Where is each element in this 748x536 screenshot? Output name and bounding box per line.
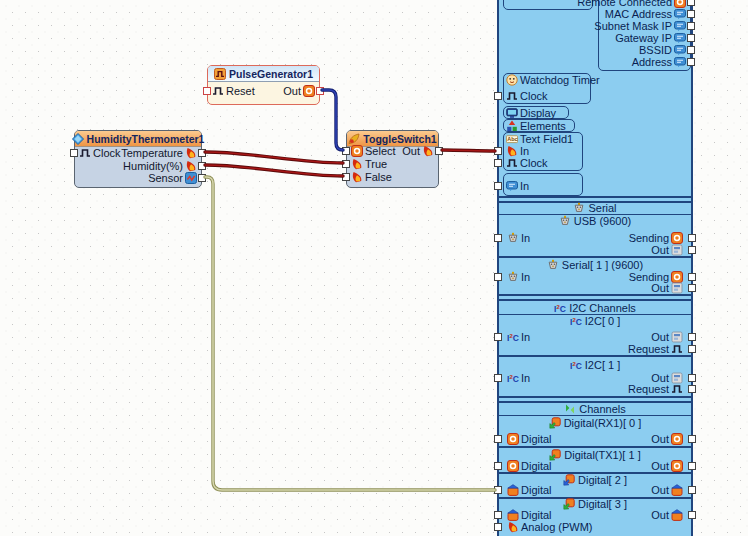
pin-label: In xyxy=(521,232,530,244)
pin-label: I2C[ 1 ] xyxy=(585,359,620,371)
pin-connector[interactable] xyxy=(342,147,350,155)
block-header: PulseGenerator1 xyxy=(208,66,319,82)
pin-connector[interactable] xyxy=(688,333,696,341)
pin-connector[interactable] xyxy=(494,462,502,470)
pin-row: Out xyxy=(507,282,683,294)
pin-label: Digital xyxy=(521,509,552,521)
pin-right-group: Humidity(%) xyxy=(123,160,197,172)
pin-connector[interactable] xyxy=(494,486,502,494)
pin-row: BSSID xyxy=(602,44,686,56)
pin-row: InSending xyxy=(507,232,683,244)
pin-connector[interactable] xyxy=(435,147,443,155)
pulse-icon xyxy=(506,157,518,169)
pin-connector[interactable] xyxy=(688,284,696,292)
pin-label: Digital(RX1)[ 0 ] xyxy=(564,417,642,429)
wire-pulse-out-to-select[interactable] xyxy=(322,90,343,150)
pin-connector[interactable] xyxy=(203,87,211,95)
pin-label: Humidity(%) xyxy=(123,160,183,172)
pin-connector[interactable] xyxy=(494,92,502,100)
pin-connector[interactable] xyxy=(316,87,324,95)
pin-connector[interactable] xyxy=(687,58,695,66)
pin-row: Humidity(%) xyxy=(79,160,197,172)
pin-connector[interactable] xyxy=(688,511,696,519)
block-pulsegenerator1[interactable]: PulseGenerator1 ResetOut xyxy=(207,65,320,105)
pin-connector[interactable] xyxy=(687,22,695,30)
pin-connector[interactable] xyxy=(494,147,502,155)
pin-connector[interactable] xyxy=(688,273,696,281)
bidir-pin-icon xyxy=(507,484,519,496)
arduino-board-panel[interactable]: Remote ConnectedMAC AddressSubnet Mask I… xyxy=(497,0,693,536)
pin-connector[interactable] xyxy=(342,160,350,168)
pin-right-group: Remote Connected xyxy=(577,0,686,8)
pin-label: Watchdog Timer xyxy=(520,74,600,86)
pin-connector[interactable] xyxy=(687,46,695,54)
section-title: Serial xyxy=(499,202,691,215)
pin-connector[interactable] xyxy=(494,435,502,443)
pin-connector[interactable] xyxy=(687,0,695,6)
serial-icon xyxy=(559,215,571,227)
pin-connector[interactable] xyxy=(198,149,206,157)
pin-label: Sensor xyxy=(148,172,183,184)
pin-connector[interactable] xyxy=(342,173,350,181)
pin-connector[interactable] xyxy=(494,523,502,531)
svg-text:C: C xyxy=(513,374,519,384)
pin-connector[interactable] xyxy=(688,435,696,443)
pin-left-group: In xyxy=(507,232,530,244)
wire-sensor-to-digital2[interactable] xyxy=(205,177,495,490)
pin-label: BSSID xyxy=(639,44,672,56)
pin-connector[interactable] xyxy=(688,462,696,470)
out-icon xyxy=(671,244,683,256)
wire-toggle-out-to-textfield-in[interactable] xyxy=(442,150,495,151)
section-divider xyxy=(499,294,691,301)
channels-icon xyxy=(564,403,576,415)
toggle-switch-icon xyxy=(348,133,360,145)
pulse-icon xyxy=(506,90,518,102)
design-canvas[interactable]: PulseGenerator1 ResetOut HumidityThermom… xyxy=(0,0,748,536)
pin-connector[interactable] xyxy=(494,182,502,190)
pin-left-group: Select xyxy=(351,145,396,157)
wire-humidity-to-false[interactable] xyxy=(205,165,343,176)
pin-connector[interactable] xyxy=(494,273,502,281)
digital-pin-icon xyxy=(351,145,363,157)
pin-connector[interactable] xyxy=(494,374,502,382)
pin-label: Serial[ 1 ] (9600) xyxy=(562,259,643,271)
pin-label: Out xyxy=(402,145,420,157)
pin-connector[interactable] xyxy=(688,486,696,494)
pin-connector[interactable] xyxy=(494,333,502,341)
pin-connector[interactable] xyxy=(688,345,696,353)
serial-icon xyxy=(507,232,519,244)
block-humiditythermometer1[interactable]: HumidityThermometer1 ClockTemperatureHum… xyxy=(74,130,202,188)
pin-row: Request xyxy=(507,343,683,355)
pin-connector[interactable] xyxy=(687,34,695,42)
block-toggleswitch1[interactable]: ToggleSwitch1 SelectOutTrueFalse xyxy=(346,130,439,188)
pin-connector[interactable] xyxy=(688,385,696,393)
pin-label: Gateway IP xyxy=(615,32,672,44)
pin-right-group: Out xyxy=(651,282,683,294)
pin-row: AbcText Field1 xyxy=(506,133,580,145)
pin-label: Out xyxy=(651,460,669,472)
network-pins-box: Remote ConnectedMAC AddressSubnet Mask I… xyxy=(598,0,691,71)
pin-connector[interactable] xyxy=(198,174,206,182)
pin-label: Out xyxy=(651,509,669,521)
analog-pin-icon xyxy=(185,160,197,172)
pin-connector[interactable] xyxy=(198,162,206,170)
pin-right-group: Request xyxy=(628,343,683,355)
pin-connector[interactable] xyxy=(688,234,696,242)
pin-connector[interactable] xyxy=(688,374,696,382)
pin-connector[interactable] xyxy=(494,234,502,242)
pin-row: Clock xyxy=(506,157,580,169)
pin-connector[interactable] xyxy=(687,10,695,18)
pin-connector[interactable] xyxy=(70,149,78,157)
digital-pin-icon xyxy=(671,433,683,445)
pin-row: Remote Connected xyxy=(602,0,686,8)
pin-label: Channels xyxy=(579,403,625,415)
pin-connector[interactable] xyxy=(494,511,502,519)
text-pin-icon xyxy=(506,180,518,192)
pin-right-group: Out xyxy=(283,85,315,97)
textfield-icon: Abc xyxy=(506,133,518,145)
humidity-thermometer-icon xyxy=(72,133,84,145)
pin-label: Clock xyxy=(93,147,121,159)
pin-connector[interactable] xyxy=(688,246,696,254)
pin-connector[interactable] xyxy=(494,159,502,167)
wire-temperature-to-true[interactable] xyxy=(205,152,343,163)
